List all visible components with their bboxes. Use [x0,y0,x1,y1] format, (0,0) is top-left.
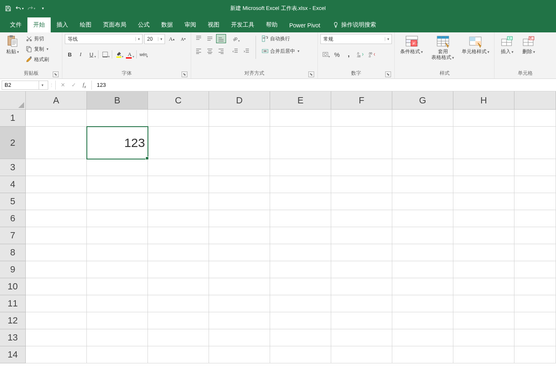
decrease-indent-icon[interactable] [230,47,240,56]
cell[interactable] [270,278,331,295]
font-color-button[interactable]: A [125,50,135,59]
row-header[interactable]: 8 [0,244,26,261]
clipboard-dialog-launcher[interactable]: ⬊ [53,71,59,77]
wrap-text-button[interactable]: ab 自动换行 [260,34,301,43]
cell[interactable] [87,159,148,176]
cell[interactable] [270,227,331,244]
cell[interactable] [270,193,331,210]
cell[interactable] [209,159,270,176]
save-icon[interactable] [2,3,13,14]
percent-button[interactable]: % [332,50,342,59]
copy-button[interactable]: 复制 [24,44,51,54]
cell[interactable] [209,346,270,363]
cell[interactable] [331,295,392,312]
cell[interactable] [453,193,514,210]
cell[interactable] [331,244,392,261]
cell[interactable] [87,278,148,295]
insert-function-button[interactable]: fx [79,81,90,90]
cell[interactable] [514,110,556,127]
italic-button[interactable]: I [76,50,86,59]
merge-center-button[interactable]: 合并后居中 [260,47,301,56]
cell[interactable] [514,329,556,346]
cell[interactable] [331,329,392,346]
align-top-icon[interactable] [194,34,204,43]
column-header[interactable]: H [453,91,514,110]
cell[interactable] [148,329,209,346]
cell[interactable] [453,210,514,227]
cell[interactable] [148,261,209,278]
cut-button[interactable]: 剪切 [24,34,51,43]
cell[interactable] [514,295,556,312]
insert-cells-button[interactable]: + 插入 [497,34,517,55]
cell[interactable] [148,227,209,244]
cell[interactable] [26,227,87,244]
cell[interactable] [87,210,148,227]
redo-button[interactable]: ▾ [26,3,37,14]
cell[interactable] [26,193,87,210]
cell[interactable] [87,261,148,278]
format-painter-button[interactable]: 格式刷 [24,55,51,64]
cell[interactable] [331,261,392,278]
fill-color-button[interactable] [114,50,124,59]
cell[interactable] [270,244,331,261]
cell[interactable] [331,210,392,227]
cell[interactable] [514,346,556,363]
cell[interactable] [453,278,514,295]
tab-home[interactable]: 开始 [27,17,51,32]
delete-cells-button[interactable]: × 删除 [519,34,539,55]
column-header[interactable] [514,91,556,110]
cell[interactable] [209,210,270,227]
cell[interactable] [148,210,209,227]
cell[interactable] [514,278,556,295]
number-dialog-launcher[interactable]: ⬊ [385,71,391,77]
cell[interactable] [331,159,392,176]
column-header[interactable]: A [26,91,87,110]
font-name-combo[interactable]: 等线▾ [65,34,143,44]
cell[interactable] [453,227,514,244]
row-header[interactable]: 5 [0,193,26,210]
phonetic-button[interactable]: wén [138,50,148,59]
cell[interactable] [514,244,556,261]
cell[interactable] [26,346,87,363]
cell[interactable]: 123 [87,127,148,159]
select-all-corner[interactable] [0,91,26,110]
tab-file[interactable]: 文件 [4,17,27,32]
cell[interactable] [209,312,270,329]
column-header[interactable]: E [270,91,331,110]
cell[interactable] [26,210,87,227]
align-middle-icon[interactable] [205,34,215,43]
align-bottom-icon[interactable] [216,34,226,43]
cell[interactable] [148,159,209,176]
decrease-font-icon[interactable]: A▾ [178,34,188,44]
cell[interactable] [270,176,331,193]
cell[interactable] [26,329,87,346]
alignment-dialog-launcher[interactable]: ⬊ [308,71,314,77]
cell[interactable] [87,244,148,261]
cell[interactable] [392,110,453,127]
cell[interactable] [270,110,331,127]
cell[interactable] [392,193,453,210]
cell[interactable] [209,244,270,261]
number-format-combo[interactable]: 常规▾ [320,34,392,44]
increase-indent-icon[interactable] [241,47,251,56]
cell[interactable] [209,176,270,193]
increase-decimal-button[interactable]: .0.00 [355,50,365,59]
cell[interactable] [453,110,514,127]
cell[interactable] [26,127,87,159]
tab-formulas[interactable]: 公式 [132,17,155,32]
cell[interactable] [209,261,270,278]
cell[interactable] [392,295,453,312]
cell[interactable] [270,329,331,346]
cell[interactable] [392,329,453,346]
cell[interactable] [453,346,514,363]
cell[interactable] [392,278,453,295]
cell[interactable] [270,295,331,312]
cell[interactable] [453,329,514,346]
column-header[interactable]: D [209,91,270,110]
align-left-icon[interactable] [194,47,204,56]
row-header[interactable]: 2 [0,127,26,159]
cell[interactable] [148,176,209,193]
row-header[interactable]: 3 [0,159,26,176]
cell[interactable] [26,295,87,312]
cell[interactable] [87,110,148,127]
